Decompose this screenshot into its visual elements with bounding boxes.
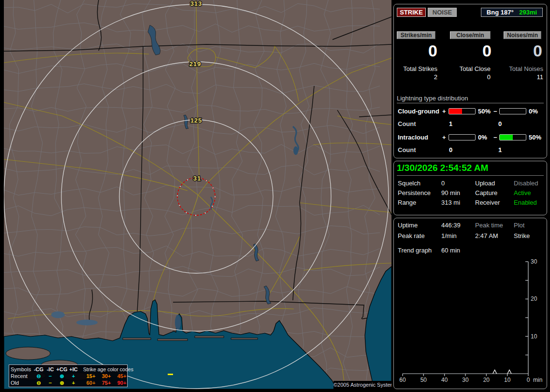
intracloud-label: Intracloud: [398, 134, 428, 141]
distribution-header: Lightning type distribution: [397, 95, 544, 103]
svg-text:10: 10: [504, 377, 511, 383]
ring-label-31: 31: [193, 175, 201, 182]
persistence-value: 90 min: [441, 189, 460, 196]
status-row: Range 313 mi Receiver Enabled: [394, 199, 548, 207]
total-strikes-label: Total Strikes: [397, 65, 437, 72]
ic-minus-bar: [499, 134, 526, 140]
legend-row-old-label: Old: [11, 379, 33, 386]
cg-minus-count: 0: [498, 120, 502, 127]
legend-row-recent-label: Recent: [11, 373, 33, 379]
squelch-label: Squelch: [398, 180, 420, 187]
range-value: 313 mi: [441, 199, 460, 206]
range-label: Range: [398, 199, 416, 206]
status-panel: 1/30/2026 2:54:52 AM Squelch 0 Upload Di…: [393, 161, 547, 215]
svg-text:10: 10: [531, 333, 537, 340]
lightning-map[interactable]: 313 219 125 31 Symbols -CG -IC +CG +IC S…: [4, 0, 391, 389]
recent-ic-plus-icon: +: [68, 373, 79, 379]
ic-plus-bar: [449, 134, 476, 140]
legend-age-header: Strike age color codes: [83, 366, 130, 373]
persistence-label: Persistence: [398, 189, 431, 196]
peak-time-header: Peak time: [475, 222, 503, 229]
strike-trend-chart: 1020306050403020100min: [396, 258, 545, 387]
ring-label-313: 313: [190, 0, 203, 7]
legend-col-ic-minus: -IC: [44, 366, 56, 373]
datetime-display: 1/30/2026 2:54:52 AM: [397, 163, 544, 176]
recent-cg-minus-icon: ⊖: [33, 373, 44, 379]
trend-panel: Uptime 446:39 Peak time Plot Peak rate 1…: [393, 218, 547, 389]
svg-text:60: 60: [399, 377, 406, 383]
stats-row: Peak rate 1/min 2:47 AM Strike: [394, 232, 548, 240]
squelch-value: 0: [441, 180, 445, 187]
uptime-label: Uptime: [398, 222, 418, 229]
age-15: 15+: [83, 373, 99, 379]
ring-label-125: 125: [190, 117, 203, 124]
intracloud-row: Intracloud + 0% − 50%: [397, 134, 545, 140]
svg-text:20: 20: [483, 377, 490, 383]
capture-label: Capture: [475, 189, 497, 196]
cloud-ground-label: Cloud-ground: [398, 108, 439, 115]
bearing-value: Bng 187°: [487, 9, 514, 16]
total-close-value: 0: [450, 73, 491, 81]
close-per-min-chip[interactable]: Close/min: [450, 31, 491, 39]
svg-text:min: min: [533, 377, 542, 383]
peak-rate-label: Peak rate: [398, 232, 425, 239]
cg-plus-count: 1: [449, 120, 452, 127]
old-cg-minus-icon: ⊖: [33, 379, 44, 386]
cloud-ground-row: Cloud-ground + 50% − 0%: [397, 108, 545, 114]
svg-text:30: 30: [531, 258, 537, 265]
old-ic-plus-icon: +: [68, 379, 79, 386]
legend-col-cg-minus: -CG: [33, 366, 44, 373]
receiver-value: Enabled: [514, 199, 537, 206]
recent-cg-plus-icon: ⊕: [56, 373, 68, 379]
strike-toggle-button[interactable]: STRIKE: [397, 8, 426, 17]
status-row: Persistence 90 min Capture Active: [394, 189, 548, 197]
plus-sign: +: [442, 134, 446, 141]
bearing-readout: Bng 187° 293mi: [481, 8, 543, 17]
ring-label-219: 219: [189, 60, 202, 68]
age-75: 75+: [99, 379, 114, 386]
status-row: Squelch 0 Upload Disabled: [394, 180, 548, 187]
app-window: 313 219 125 31 Symbols -CG -IC +CG +IC S…: [0, 0, 550, 392]
upload-label: Upload: [475, 180, 495, 187]
counters-panel: STRIKE NOISE Bng 187° 293mi Strikes/min …: [393, 4, 547, 158]
cg-count-label: Count: [398, 120, 416, 127]
noise-toggle-button[interactable]: NOISE: [428, 8, 457, 17]
trend-setting-row: Trend graph 60 min: [394, 247, 548, 254]
plot-header: Plot: [514, 222, 524, 229]
uptime-value: 446:39: [441, 222, 461, 229]
svg-text:40: 40: [441, 377, 448, 383]
peak-time-value: 2:47 AM: [475, 232, 498, 239]
copyright-text: ©2005 Astrogenic Systems: [333, 381, 391, 389]
ic-minus-percent: 50%: [529, 134, 541, 141]
ic-minus-count: 1: [498, 146, 502, 154]
noises-per-min-value: 0: [504, 41, 542, 60]
close-per-min-value: 0: [450, 41, 492, 60]
minus-sign: −: [493, 134, 497, 141]
total-close-label: Total Close: [450, 65, 491, 72]
upload-value: Disabled: [514, 180, 538, 187]
strikes-per-min-value: 0: [397, 41, 437, 60]
old-cg-plus-icon: ⊕: [56, 379, 68, 386]
total-noises-value: 11: [504, 73, 543, 81]
legend-col-cg-plus: +CG: [56, 366, 68, 373]
bearing-range-value: 293mi: [519, 9, 537, 16]
legend-symbols-header: Symbols: [11, 366, 33, 373]
peak-rate-value: 1/min: [441, 232, 457, 239]
cg-count-row: Count 1 0: [397, 120, 545, 127]
trend-graph-value: 60 min: [441, 247, 460, 254]
ic-plus-count: 0: [449, 146, 452, 154]
minus-sign: −: [493, 108, 497, 115]
receiver-label: Receiver: [475, 199, 500, 206]
trend-graph-label: Trend graph: [398, 247, 432, 254]
stats-row: Uptime 446:39 Peak time Plot: [394, 222, 548, 229]
ic-count-row: Count 0 1: [397, 146, 545, 153]
strikes-per-min-chip[interactable]: Strikes/min: [397, 31, 435, 39]
age-90: 90+: [114, 379, 130, 386]
age-45: 45+: [114, 373, 130, 379]
map-canvas: 313 219 125 31: [4, 0, 391, 389]
strike-symbol-ic-minus: [168, 374, 173, 375]
total-strikes-value: 2: [397, 73, 437, 81]
noises-per-min-chip[interactable]: Noises/min: [504, 31, 541, 39]
plot-type-value: Strike: [514, 232, 530, 239]
recent-ic-minus-icon: −: [44, 373, 56, 379]
